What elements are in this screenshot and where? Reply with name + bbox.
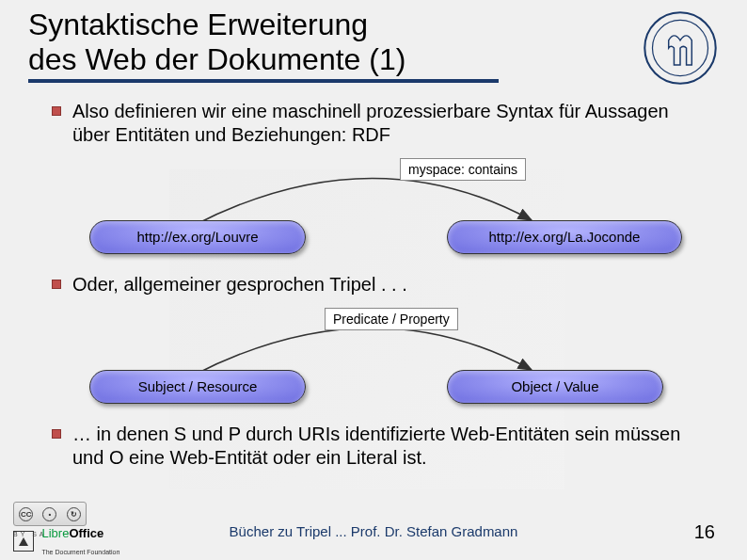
slide-title: Syntaktische Erweiterung des Web der Dok… bbox=[28, 8, 719, 77]
predicate-label: myspace: contains bbox=[400, 158, 526, 181]
bullet-marker-icon bbox=[52, 280, 61, 289]
predicate-text: myspace: contains bbox=[408, 162, 517, 177]
sa-icon: ↻ bbox=[67, 507, 81, 521]
by-icon: • bbox=[42, 507, 56, 521]
title-line-2: des Web der Dokumente (1) bbox=[28, 42, 405, 76]
rdf-diagram-2: Predicate / Property Subject / Resource … bbox=[52, 302, 709, 415]
slide-container: Syntaktische Erweiterung des Web der Dok… bbox=[0, 0, 747, 560]
bullet-item: … in denen S und P durch URIs identifizi… bbox=[52, 423, 709, 470]
title-area: Syntaktische Erweiterung des Web der Dok… bbox=[0, 0, 747, 87]
content-area: Also definieren wir eine maschinell proz… bbox=[0, 87, 747, 470]
subject-text: http://ex.org/Louvre bbox=[136, 229, 258, 245]
libre-subtitle: The Document Foundation bbox=[41, 549, 119, 555]
rdf-diagram-1: myspace: contains http://ex.org/Louvre h… bbox=[52, 152, 709, 265]
object-text: http://ex.org/La.Joconde bbox=[489, 229, 641, 245]
cc-icon: CC bbox=[19, 507, 33, 521]
subject-node: Subject / Resource bbox=[89, 370, 306, 404]
predicate-text: Predicate / Property bbox=[333, 312, 450, 327]
bullet-text: Oder, allgemeiner gesprochen Tripel . . … bbox=[72, 273, 407, 296]
footer-center-text: Bücher zu Tripel ... Prof. Dr. Stefan Gr… bbox=[0, 523, 747, 539]
predicate-label: Predicate / Property bbox=[325, 308, 458, 330]
bullet-text: Also definieren wir eine maschinell proz… bbox=[72, 100, 709, 147]
subject-node: http://ex.org/Louvre bbox=[89, 220, 306, 254]
bullet-item: Also definieren wir eine maschinell proz… bbox=[52, 100, 709, 147]
bullet-item: Oder, allgemeiner gesprochen Tripel . . … bbox=[52, 273, 709, 296]
humboldt-logo bbox=[642, 9, 719, 87]
subject-text: Subject / Resource bbox=[138, 378, 258, 394]
title-underline bbox=[28, 79, 499, 83]
title-line-1: Syntaktische Erweiterung bbox=[28, 8, 368, 41]
object-node: Object / Value bbox=[447, 370, 663, 404]
bullet-text: … in denen S und P durch URIs identifizi… bbox=[72, 423, 709, 470]
bullet-marker-icon bbox=[52, 106, 61, 116]
object-node: http://ex.org/La.Joconde bbox=[447, 220, 682, 254]
footer: CC • ↻ BY SA LibreOffice The Document Fo… bbox=[0, 504, 747, 556]
bullet-marker-icon bbox=[52, 429, 61, 439]
page-number: 16 bbox=[694, 521, 715, 543]
object-text: Object / Value bbox=[511, 378, 598, 394]
